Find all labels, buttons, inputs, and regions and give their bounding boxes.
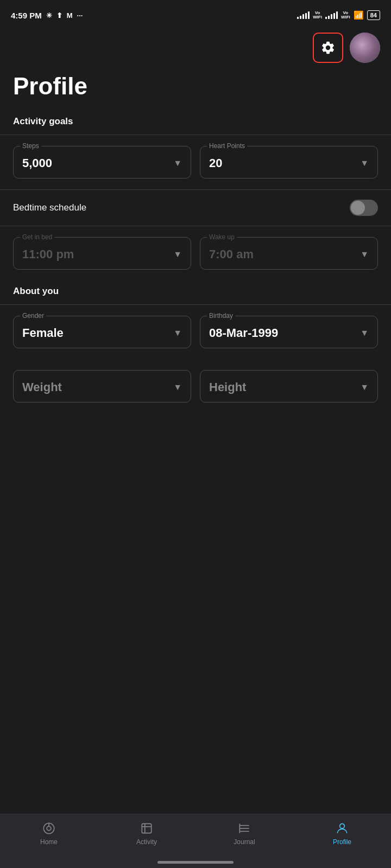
signal-bars [297,11,310,19]
get-in-bed-value: 11:00 pm ▼ [22,247,182,261]
height-label-text: Height [209,380,246,394]
svg-point-1 [47,826,51,831]
weight-label-text: Weight [22,380,62,394]
heart-points-label: Heart Points [207,142,247,150]
height-dropdown[interactable]: Height ▼ [200,370,378,403]
gender-dropdown[interactable]: Gender Female ▼ [13,316,191,348]
steps-label: Steps [20,142,41,150]
toggle-knob [351,201,365,215]
heart-points-dropdown[interactable]: Heart Points 20 ▼ [200,146,378,178]
avatar[interactable] [350,33,380,63]
steps-chevron-icon: ▼ [173,158,182,168]
vo-wifi-label-2: Vo WiFi [341,11,350,20]
bedtime-toggle[interactable] [350,200,378,216]
gender-chevron-icon: ▼ [173,328,182,338]
nav-label-journal: Journal [234,838,255,846]
gender-label: Gender [20,312,46,320]
wifi-icon: 📶 [354,10,364,20]
weight-value: Weight ▼ [22,380,182,394]
activity-icon [139,821,154,836]
home-indicator [157,861,234,864]
home-icon [41,821,56,836]
about-you-section-header: About you [0,280,391,304]
weight-chevron-icon: ▼ [173,382,182,392]
nav-label-home: Home [40,838,58,846]
birthday-chevron-icon: ▼ [360,328,369,338]
vo-wifi-label-1: Vo WiFi [313,11,322,20]
settings-button[interactable] [313,33,343,63]
steps-value: 5,000 ▼ [22,156,182,170]
birthday-label: Birthday [207,312,235,320]
nav-item-journal[interactable]: Journal [195,821,293,846]
wake-up-label: Wake up [207,233,237,241]
bedtime-times-row: Get in bed 11:00 pm ▼ Wake up 7:00 am ▼ [0,226,391,280]
nav-item-activity[interactable]: Activity [98,821,195,846]
nav-label-profile: Profile [333,838,351,846]
bottom-nav: Home Activity Journal [0,814,391,868]
get-in-bed-dropdown[interactable]: Get in bed 11:00 pm ▼ [13,237,191,270]
heart-points-chevron-icon: ▼ [360,158,369,168]
nav-label-activity: Activity [136,838,157,846]
get-in-bed-chevron-icon: ▼ [173,250,182,259]
journal-icon [237,821,252,836]
gear-icon [320,40,336,55]
svg-point-10 [340,824,345,828]
time-display: 4:59 PM [11,11,42,20]
wake-up-value: 7:00 am ▼ [209,247,369,261]
weight-dropdown[interactable]: Weight ▼ [13,370,191,403]
ellipsis-icon: ··· [77,11,83,20]
steps-dropdown[interactable]: Steps 5,000 ▼ [13,146,191,178]
height-chevron-icon: ▼ [360,382,369,392]
status-time: 4:59 PM ✳ ⬆ M ··· [11,11,83,20]
height-value: Height ▼ [209,380,369,394]
bedtime-label: Bedtime schedule [13,202,86,213]
activity-goals-row: Steps 5,000 ▼ Heart Points 20 ▼ [0,135,391,189]
battery-level: 84 [370,12,377,18]
birthday-value: 08-Mar-1999 ▼ [209,326,369,340]
wake-up-dropdown[interactable]: Wake up 7:00 am ▼ [200,237,378,270]
heart-points-value: 20 ▼ [209,156,369,170]
about-you-row-1: Gender Female ▼ Birthday 08-Mar-1999 ▼ [0,305,391,359]
profile-icon [335,821,350,836]
bedtime-schedule-row: Bedtime schedule [0,190,391,226]
page-title: Profile [0,67,391,111]
main-content: Profile Activity goals Steps 5,000 ▼ Hea… [0,67,391,473]
gender-value: Female ▼ [22,326,182,340]
status-right: Vo WiFi Vo WiFi 📶 84 [297,10,380,20]
signal-bars-2 [325,11,338,19]
activity-goals-section-header: Activity goals [0,111,391,135]
mail-icon: M [67,11,73,20]
status-bar: 4:59 PM ✳ ⬆ M ··· Vo WiFi Vo WiFi [0,0,391,28]
svg-rect-3 [142,824,151,833]
nav-item-profile[interactable]: Profile [293,821,391,846]
header-actions [0,28,391,67]
battery-indicator: 84 [367,10,380,20]
avatar-image [350,33,380,63]
nav-item-home[interactable]: Home [0,821,98,846]
hashtag-icon: ✳ [46,11,52,20]
upload-icon: ⬆ [56,11,62,20]
get-in-bed-label: Get in bed [20,233,54,241]
about-you-row-2: Weight ▼ Height ▼ [0,359,391,413]
birthday-dropdown[interactable]: Birthday 08-Mar-1999 ▼ [200,316,378,348]
wake-up-chevron-icon: ▼ [360,250,369,259]
